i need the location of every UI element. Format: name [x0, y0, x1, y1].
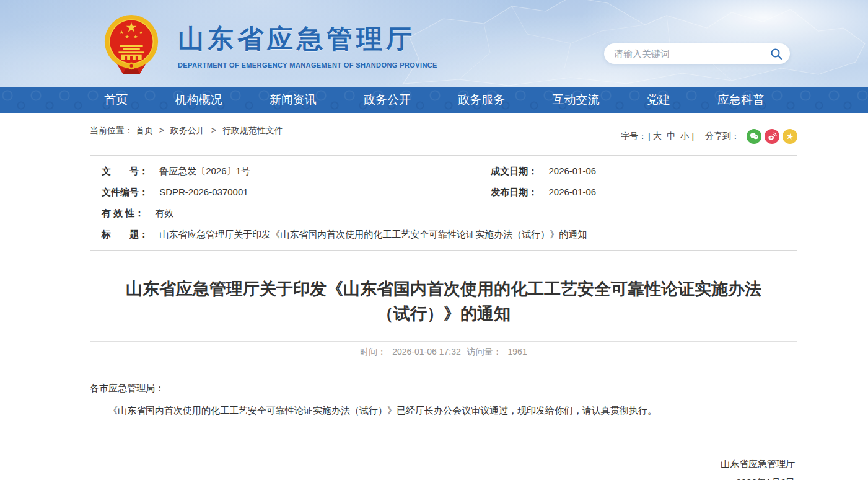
doc-info-cell: 发布日期： 2026-01-06	[491, 182, 797, 203]
site-subtitle: DEPARTMENT OF EMERGENCY MANAGEMENT OF SH…	[178, 61, 437, 69]
share-weibo-button[interactable]	[765, 129, 779, 144]
search-box	[604, 43, 790, 64]
page: 山东省应急管理厅 DEPARTMENT OF EMERGENCY MANAGEM…	[0, 0, 868, 480]
nav-item-emergency-science[interactable]: 应急科普	[717, 87, 765, 113]
share-wechat-button[interactable]	[747, 129, 761, 144]
site-header: 山东省应急管理厅 DEPARTMENT OF EMERGENCY MANAGEM…	[0, 0, 868, 87]
doc-info-row: 有 效 性： 有效	[102, 203, 797, 224]
breadcrumb-home[interactable]: 首页	[136, 125, 153, 135]
nav-item-gov-services[interactable]: 政务服务	[458, 87, 505, 113]
nav-inner: 首页 机构概况 新闻资讯 政务公开 政务服务 互动交流 党建 应急科普	[81, 87, 788, 113]
doc-title-value: 山东省应急管理厅关于印发《山东省国内首次使用的化工工艺安全可靠性论证实施办法（试…	[159, 229, 587, 239]
breadcrumb-separator: >	[211, 125, 216, 135]
breadcrumb-separator: >	[159, 125, 164, 135]
nav-item-gov-info[interactable]: 政务公开	[364, 87, 411, 113]
salutation: 各市应急管理局：	[90, 380, 797, 396]
article-paragraph: 《山东省国内首次使用的化工工艺安全可靠性论证实施办法（试行）》已经厅长办公会议审…	[90, 402, 797, 419]
doc-info-row: 标 题： 山东省应急管理厅关于印发《山东省国内首次使用的化工工艺安全可靠性论证实…	[102, 224, 797, 245]
nav-item-party-building[interactable]: 党建	[647, 87, 670, 113]
doc-info-row: 文件编号： SDPR-2026-0370001 发布日期： 2026-01-06	[102, 182, 797, 203]
article-body: 各市应急管理局： 《山东省国内首次使用的化工工艺安全可靠性论证实施办法（试行）》…	[90, 380, 797, 480]
doc-number-value: 鲁应急发〔2026〕1号	[159, 166, 250, 176]
doc-number-label: 文 号：	[102, 166, 148, 176]
font-size-bracket-close: ]	[691, 131, 694, 141]
nav-item-interaction[interactable]: 互动交流	[552, 87, 599, 113]
font-size-large-button[interactable]: 大	[653, 131, 662, 142]
nav-item-news[interactable]: 新闻资讯	[270, 87, 317, 113]
national-emblem-icon	[101, 14, 162, 77]
content: 当前位置： 首页 > 政务公开 > 行政规范性文件 字号： [ 大 中 小 ] …	[90, 123, 797, 480]
crumb-row: 当前位置： 首页 > 政务公开 > 行政规范性文件 字号： [ 大 中 小 ] …	[90, 123, 797, 144]
share-label: 分享到：	[705, 131, 740, 142]
site-logo[interactable]: 山东省应急管理厅 DEPARTMENT OF EMERGENCY MANAGEM…	[101, 14, 437, 77]
breadcrumb-prefix: 当前位置：	[90, 125, 133, 135]
article-title-line1: 山东省应急管理厅关于印发《山东省国内首次使用的化工工艺安全可靠性论证实施办法	[90, 277, 797, 301]
validity-label: 有 效 性：	[102, 208, 144, 218]
weibo-icon	[767, 131, 777, 141]
doc-info-box: 文 号： 鲁应急发〔2026〕1号 成文日期： 2026-01-06 文件编号：…	[90, 155, 797, 251]
main-nav: 首页 机构概况 新闻资讯 政务公开 政务服务 互动交流 党建 应急科普	[0, 87, 868, 113]
star-icon	[785, 131, 795, 141]
file-id-value: SDPR-2026-0370001	[159, 187, 248, 197]
meta-divider	[90, 341, 797, 342]
doc-info-cell: 有 效 性： 有效	[102, 203, 797, 224]
search-input[interactable]	[614, 48, 770, 59]
nav-item-about[interactable]: 机构概况	[175, 87, 222, 113]
breadcrumb-gov-info[interactable]: 政务公开	[170, 125, 205, 135]
breadcrumb-current[interactable]: 行政规范性文件	[222, 125, 283, 135]
publish-date-value: 2026-01-06	[548, 187, 596, 197]
doc-info-cell: 文 号： 鲁应急发〔2026〕1号	[102, 161, 491, 182]
signature-block: 山东省应急管理厅 2026年1月6日	[90, 455, 797, 480]
font-size-bracket-open: [	[648, 131, 651, 141]
breadcrumb: 当前位置： 首页 > 政务公开 > 行政规范性文件	[90, 123, 283, 136]
wechat-icon	[749, 131, 759, 141]
search-icon	[770, 48, 783, 60]
signature-date: 2026年1月6日	[90, 473, 795, 480]
nav-item-home[interactable]: 首页	[104, 87, 128, 113]
page-tools: 字号： [ 大 中 小 ] 分享到：	[621, 123, 797, 144]
meta-time-label: 时间：	[360, 347, 386, 357]
meta-visits-label: 访问量：	[467, 347, 502, 357]
doc-info-row: 文 号： 鲁应急发〔2026〕1号 成文日期： 2026-01-06	[102, 161, 797, 182]
meta-visits-value: 1961	[508, 347, 527, 357]
written-date-value: 2026-01-06	[548, 166, 596, 176]
font-size-label: 字号：	[621, 131, 647, 142]
font-size-medium-button[interactable]: 中	[667, 131, 675, 142]
doc-title-label: 标 题：	[102, 229, 148, 239]
article-meta: 时间： 2026-01-06 17:32 访问量： 1961	[90, 347, 797, 358]
publish-date-label: 发布日期：	[491, 187, 537, 197]
signature-name: 山东省应急管理厅	[90, 455, 795, 473]
article-title-line2: （试行）》的通知	[90, 301, 797, 326]
search-button[interactable]	[770, 48, 783, 60]
site-title: 山东省应急管理厅	[178, 22, 437, 56]
share-qzone-button[interactable]	[783, 129, 797, 144]
doc-info-cell: 成文日期： 2026-01-06	[491, 161, 797, 182]
validity-value: 有效	[156, 208, 174, 218]
meta-time-value: 2026-01-06 17:32	[392, 347, 461, 357]
article-title: 山东省应急管理厅关于印发《山东省国内首次使用的化工工艺安全可靠性论证实施办法 （…	[90, 277, 797, 326]
written-date-label: 成文日期：	[491, 166, 537, 176]
doc-info-cell: 文件编号： SDPR-2026-0370001	[102, 182, 491, 203]
font-size-small-button[interactable]: 小	[680, 131, 689, 142]
file-id-label: 文件编号：	[102, 187, 148, 197]
brand-text: 山东省应急管理厅 DEPARTMENT OF EMERGENCY MANAGEM…	[178, 22, 437, 69]
doc-info-cell: 标 题： 山东省应急管理厅关于印发《山东省国内首次使用的化工工艺安全可靠性论证实…	[102, 224, 797, 245]
